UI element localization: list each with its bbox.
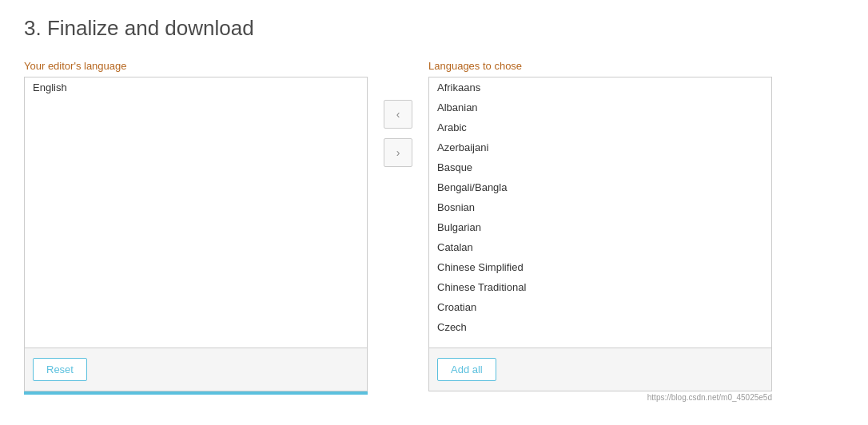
language-item[interactable]: Bulgarian bbox=[429, 217, 771, 237]
language-item[interactable]: Chinese Traditional bbox=[429, 277, 771, 297]
move-right-button[interactable]: › bbox=[384, 138, 412, 167]
left-panel-bottom: Reset bbox=[24, 348, 368, 391]
language-item[interactable]: Afrikaans bbox=[429, 77, 771, 97]
language-item[interactable]: Czech bbox=[429, 317, 771, 337]
editor-language-list[interactable]: English bbox=[24, 77, 368, 348]
language-item[interactable]: Arabic bbox=[429, 117, 771, 137]
right-panel: Languages to chose AfrikaansAlbanianArab… bbox=[428, 60, 772, 402]
right-panel-bottom: Add all bbox=[428, 348, 772, 391]
left-panel-label: Your editor's language bbox=[24, 60, 368, 72]
reset-button[interactable]: Reset bbox=[33, 358, 87, 381]
language-item[interactable]: Azerbaijani bbox=[429, 137, 771, 157]
arrow-buttons-panel: ‹ › bbox=[368, 100, 428, 167]
language-item[interactable]: Croatian bbox=[429, 297, 771, 317]
language-item[interactable]: Bosnian bbox=[429, 197, 771, 217]
add-all-button[interactable]: Add all bbox=[437, 358, 496, 381]
move-left-button[interactable]: ‹ bbox=[384, 100, 412, 129]
language-item[interactable]: Basque bbox=[429, 157, 771, 177]
editor-language-item[interactable]: English bbox=[25, 77, 367, 97]
url-bar: https://blog.csdn.net/m0_45025e5d bbox=[647, 393, 772, 402]
language-item[interactable]: Albanian bbox=[429, 97, 771, 117]
language-item[interactable]: Bengali/Bangla bbox=[429, 177, 771, 197]
left-panel: Your editor's language English Reset bbox=[24, 60, 368, 395]
language-item[interactable]: Chinese Simplified bbox=[429, 257, 771, 277]
right-panel-label: Languages to chose bbox=[428, 60, 772, 72]
page-title: 3. Finalize and download bbox=[24, 16, 844, 41]
language-item[interactable]: Catalan bbox=[429, 237, 771, 257]
blue-bar-left bbox=[24, 391, 368, 395]
languages-to-choose-list[interactable]: AfrikaansAlbanianArabicAzerbaijaniBasque… bbox=[428, 77, 772, 348]
